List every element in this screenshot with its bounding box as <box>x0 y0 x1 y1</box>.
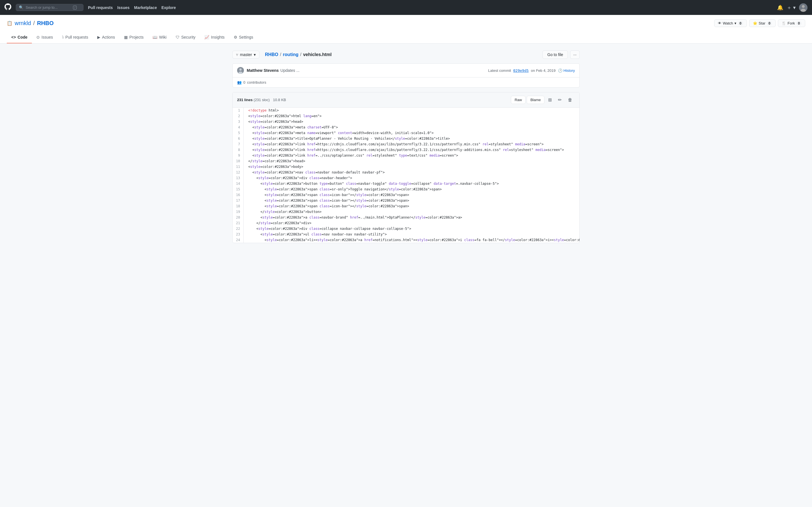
table-row: 13 <style=color:#22863a">div class=navba… <box>233 175 579 181</box>
breadcrumb-repo-link[interactable]: RHBO <box>265 52 278 57</box>
star-icon: ⭐ <box>753 21 757 25</box>
table-row: 18 <style=color:#22863a">span class=icon… <box>233 203 579 209</box>
top-nav-right: 🔔 ＋ ▾ <box>777 3 808 12</box>
line-number: 18 <box>233 203 244 209</box>
blame-button[interactable]: Blame <box>527 96 545 104</box>
line-code: <style=color:#22863a">title>OptaPlanner … <box>244 136 579 142</box>
fork-count: 0 <box>796 21 802 25</box>
delete-file-button[interactable]: 🗑 <box>565 96 575 104</box>
line-code: <style=color:#22863a">ul class=nav navba… <box>244 231 579 237</box>
file-sloc: (231 sloc) <box>254 98 270 102</box>
history-label: History <box>564 68 575 73</box>
search-box[interactable]: 🔍 / <box>16 4 84 11</box>
search-icon: 🔍 <box>19 5 23 10</box>
branch-selector[interactable]: ⑂ master ▾ <box>232 51 259 59</box>
commit-date: on Feb 4, 2019 <box>531 68 555 73</box>
line-code: <style=color:#22863a">nav class=navbar n… <box>244 170 579 175</box>
line-number: 4 <box>233 124 244 130</box>
table-row: 4 <style=color:#22863a">meta charset=UTF… <box>233 124 579 130</box>
go-to-file-button[interactable]: Go to file <box>543 50 568 59</box>
table-row: 10</style=color:#22863a">head> <box>233 158 579 164</box>
projects-icon: ▦ <box>124 35 128 40</box>
commit-message: Updates <box>281 68 295 73</box>
line-code: <style=color:#22863a">a class=navbar-bra… <box>244 215 579 220</box>
line-number: 24 <box>233 237 244 243</box>
more-options-button[interactable]: ··· <box>570 50 580 59</box>
breadcrumb-file: vehicles.html <box>303 52 332 57</box>
line-code: <style=color:#22863a">meta charset=UTF-8… <box>244 124 579 130</box>
settings-icon: ⚙ <box>234 35 238 40</box>
breadcrumb-folder-link[interactable]: routing <box>283 52 298 57</box>
avatar[interactable] <box>799 3 808 12</box>
line-number: 6 <box>233 136 244 142</box>
table-row: 1<!doctype html> <box>233 108 579 113</box>
tab-insights[interactable]: 📈 Insights <box>200 32 229 43</box>
table-row: 12 <style=color:#22863a">nav class=navba… <box>233 170 579 175</box>
tab-security[interactable]: 🛡 Security <box>171 32 200 43</box>
table-row: 8 <style=color:#22863a">link href=https:… <box>233 147 579 153</box>
fork-button[interactable]: 🍴 Fork 0 <box>778 19 805 27</box>
commit-dots[interactable]: ... <box>296 68 300 73</box>
line-number: 1 <box>233 108 244 113</box>
code-table: 1<!doctype html>2<style=color:#22863a">h… <box>233 108 579 243</box>
github-logo[interactable] <box>4 3 11 12</box>
table-row: 14 <style=color:#22863a">button type=but… <box>233 181 579 186</box>
line-number: 14 <box>233 181 244 186</box>
contributors-icon: 👥 <box>237 80 242 84</box>
tab-issues[interactable]: ⊙ Issues <box>32 32 57 43</box>
nav-pull-requests[interactable]: Pull requests <box>88 5 113 10</box>
wiki-icon: 📖 <box>153 35 157 40</box>
line-number: 22 <box>233 226 244 231</box>
contributors-row: 👥 0 contributors <box>233 77 579 87</box>
tab-pull-requests[interactable]: ⤵ Pull requests <box>57 32 93 43</box>
line-code: <style=color:#22863a">div class=navbar-h… <box>244 175 579 181</box>
line-code: <style=color:#22863a">head> <box>244 119 579 124</box>
line-number: 12 <box>233 170 244 175</box>
notifications-bell[interactable]: 🔔 <box>777 4 783 11</box>
line-code: </style=color:#22863a">head> <box>244 158 579 164</box>
line-code: <style=color:#22863a">link href=https://… <box>244 142 579 147</box>
desktop-view-button[interactable]: ⊞ <box>546 96 554 104</box>
line-code: <style=color:#22863a">span class=icon-ba… <box>244 192 579 198</box>
commit-meta: Latest commit 029e9d5 on Feb 4, 2019 🕐 H… <box>488 68 575 73</box>
search-input[interactable] <box>26 5 71 10</box>
line-code: <style=color:#22863a">span class=sr-only… <box>244 186 579 192</box>
repo-actions: 👁 Watch ▾ 0 ⭐ Star 0 🍴 Fork 0 <box>714 19 805 27</box>
chevron-down-icon: ▾ <box>254 52 256 57</box>
commit-author-name: Matthew Stevens <box>247 68 279 73</box>
table-row: 23 <style=color:#22863a">ul class=nav na… <box>233 231 579 237</box>
line-number: 2 <box>233 113 244 119</box>
line-number: 13 <box>233 175 244 181</box>
line-code: <style=color:#22863a">li><style=color:#2… <box>244 237 579 243</box>
table-row: 19 </style=color:#22863a">button> <box>233 209 579 215</box>
nav-marketplace[interactable]: Marketplace <box>134 5 157 10</box>
tab-projects[interactable]: ▦ Projects <box>119 32 148 43</box>
star-button[interactable]: ⭐ Star 0 <box>749 19 776 27</box>
nav-issues[interactable]: Issues <box>117 5 130 10</box>
tab-settings[interactable]: ⚙ Settings <box>229 32 258 43</box>
watch-button[interactable]: 👁 Watch ▾ 0 <box>714 19 747 27</box>
tab-code[interactable]: <> Code <box>7 32 32 43</box>
tab-actions[interactable]: ▶ Actions <box>93 32 119 43</box>
file-action-buttons: Go to file ··· <box>543 50 580 59</box>
file-viewer-actions: Raw Blame ⊞ ✏ 🗑 <box>511 96 575 104</box>
create-new-button[interactable]: ＋ ▾ <box>786 4 796 11</box>
line-number: 10 <box>233 158 244 164</box>
table-row: 2<style=color:#22863a">html lang=en"> <box>233 113 579 119</box>
line-code: <style=color:#22863a">span class=icon-ba… <box>244 203 579 209</box>
tab-wiki[interactable]: 📖 Wiki <box>148 32 171 43</box>
history-link[interactable]: 🕐 History <box>558 68 575 73</box>
line-code: <style=color:#22863a">meta name=viewport… <box>244 130 579 136</box>
code-icon: <> <box>11 35 16 40</box>
top-navigation: 🔍 / Pull requests Issues Marketplace Exp… <box>0 0 812 15</box>
repo-owner-link[interactable]: wrnkld <box>15 20 31 26</box>
eye-icon: 👁 <box>718 21 721 25</box>
table-row: 17 <style=color:#22863a">span class=icon… <box>233 198 579 203</box>
repo-name-link[interactable]: RHBO <box>37 20 54 26</box>
commit-hash-link[interactable]: 029e9d5 <box>513 68 529 73</box>
nav-explore[interactable]: Explore <box>161 5 175 10</box>
edit-file-button[interactable]: ✏ <box>555 96 564 104</box>
raw-button[interactable]: Raw <box>511 96 525 104</box>
contributors-count: 0 <box>243 80 245 84</box>
repo-title-row: 📋 wrnkld / RHBO 👁 Watch ▾ 0 ⭐ Star 0 🍴 F… <box>7 19 805 27</box>
